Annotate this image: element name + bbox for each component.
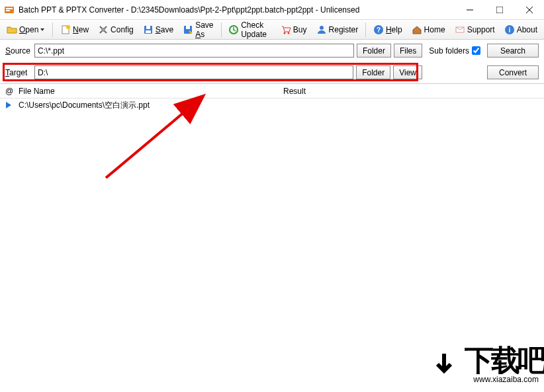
table-row[interactable]: C:\Users\pc\Documents\空白演示.ppt	[0, 98, 544, 112]
grid-header: @ File Name Result	[0, 84, 544, 98]
buy-label: Buy	[293, 25, 307, 34]
target-row: Target Folder View Convert	[0, 61, 544, 83]
config-button[interactable]: Config	[94, 22, 138, 37]
folder-open-icon	[7, 24, 17, 35]
target-label: Target	[5, 68, 32, 77]
app-icon	[4, 5, 15, 15]
separator	[365, 22, 366, 37]
minimize-button[interactable]	[455, 0, 484, 19]
save-as-button[interactable]: Save As	[179, 19, 217, 41]
source-input[interactable]	[34, 44, 354, 58]
file-name-cell: C:\Users\pc\Documents\空白演示.ppt	[19, 100, 283, 111]
about-label: About	[517, 25, 537, 34]
svg-rect-1	[6, 8, 13, 9]
save-button[interactable]: Save	[139, 22, 177, 37]
window-title: Batch PPT & PPTX Converter - D:\2345Down…	[19, 5, 455, 15]
subfolders-label: Sub folders	[429, 46, 469, 56]
new-file-icon	[60, 24, 71, 35]
home-icon	[412, 24, 422, 35]
svg-point-8	[66, 25, 70, 29]
home-label: Home	[424, 25, 445, 34]
watermark-url: www.xiazaiba.com	[438, 375, 544, 384]
open-button[interactable]: OOpenpen	[3, 22, 49, 37]
svg-rect-4	[496, 7, 503, 13]
convert-button[interactable]: Convert	[487, 65, 539, 79]
support-icon	[455, 24, 465, 35]
file-grid: @ File Name Result C:\Users\pc\Documents…	[0, 83, 544, 375]
svg-rect-2	[6, 10, 10, 11]
support-button[interactable]: Support	[451, 22, 499, 37]
about-icon: i	[504, 24, 515, 35]
source-label: Source	[5, 46, 32, 56]
register-icon	[316, 24, 327, 35]
save-icon	[143, 24, 154, 35]
maximize-button[interactable]	[484, 0, 514, 19]
source-folder-button[interactable]: Folder	[357, 44, 391, 58]
target-folder-button[interactable]: Folder	[356, 65, 390, 79]
search-button[interactable]: Search	[487, 44, 539, 58]
toolbar: OOpenpen New Config Save Save As Check U…	[0, 20, 544, 40]
cart-icon	[281, 24, 291, 35]
subfolders-checkbox[interactable]	[472, 46, 480, 55]
target-view-button[interactable]: View	[393, 65, 422, 79]
close-button[interactable]	[514, 0, 544, 19]
check-update-label: Check Update	[241, 20, 271, 39]
svg-rect-11	[146, 26, 150, 29]
window-controls	[455, 0, 544, 19]
home-button[interactable]: Home	[408, 22, 449, 37]
about-button[interactable]: i About	[500, 22, 541, 37]
col-header-at[interactable]: @	[0, 87, 19, 96]
svg-point-9	[101, 28, 105, 32]
source-files-button[interactable]: Files	[394, 44, 422, 58]
separator	[52, 22, 53, 37]
register-button[interactable]: Register	[312, 22, 363, 37]
new-button[interactable]: New	[56, 22, 93, 37]
save-as-icon	[183, 24, 193, 35]
svg-point-17	[287, 32, 289, 34]
titlebar: Batch PPT & PPTX Converter - D:\2345Down…	[0, 0, 544, 20]
target-input[interactable]	[34, 65, 353, 79]
config-icon	[98, 24, 109, 35]
svg-point-16	[283, 32, 285, 34]
col-header-result[interactable]: Result	[283, 87, 544, 96]
config-label: Config	[111, 25, 134, 34]
svg-rect-12	[146, 30, 151, 33]
help-icon: ?	[373, 24, 384, 35]
dropdown-icon	[40, 28, 45, 31]
col-header-file[interactable]: File Name	[19, 87, 283, 96]
help-button[interactable]: ? Help	[369, 22, 406, 37]
svg-point-18	[320, 26, 324, 30]
register-label: Register	[329, 25, 359, 34]
update-icon	[228, 24, 239, 35]
buy-button[interactable]: Buy	[277, 22, 311, 37]
separator	[221, 22, 222, 37]
check-update-button[interactable]: Check Update	[224, 19, 275, 41]
subfolders-checkbox-label[interactable]: Sub folders	[429, 46, 480, 56]
source-row: Source Folder Files Sub folders Search	[0, 40, 544, 61]
grid-body[interactable]: C:\Users\pc\Documents\空白演示.ppt	[0, 98, 544, 375]
support-label: Support	[467, 25, 495, 34]
svg-text:?: ?	[377, 26, 381, 34]
svg-text:i: i	[508, 26, 510, 34]
svg-rect-14	[186, 26, 190, 29]
play-icon	[0, 102, 19, 108]
